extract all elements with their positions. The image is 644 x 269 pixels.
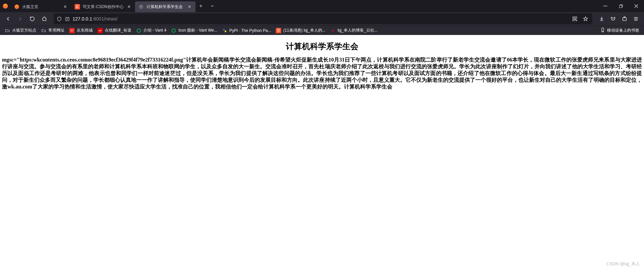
- toolbar: 127.0.0.1:8001/news/: [0, 12, 644, 26]
- bookmark-label: 京东商城: [77, 28, 93, 33]
- svg-rect-3: [603, 6, 607, 6]
- bookmark-label: (11条消息) lqj_本人的...: [283, 28, 325, 33]
- youdao-icon: yd: [97, 28, 103, 33]
- downloads-button[interactable]: [596, 13, 607, 24]
- page-info-icon[interactable]: [65, 16, 70, 22]
- bookmark-huawei[interactable]: lqj_本人的博客_云社...: [328, 26, 380, 35]
- back-button[interactable]: [3, 13, 13, 24]
- reload-button[interactable]: [27, 13, 38, 24]
- tabs-dropdown-icon[interactable]: [206, 0, 218, 12]
- bookmark-label: PyPI · The Python Pa...: [229, 28, 271, 33]
- vant-icon: [171, 28, 176, 33]
- svg-rect-16: [225, 31, 226, 32]
- close-icon[interactable]: ✕: [187, 4, 192, 9]
- huawei-icon: [330, 28, 336, 33]
- pypi-icon: [222, 28, 227, 33]
- close-icon[interactable]: ✕: [62, 4, 68, 9]
- bookmark-vant4[interactable]: 介绍 - Vant 4: [134, 26, 168, 35]
- svg-rect-9: [575, 19, 576, 20]
- bookmark-label: 火狐官方站点: [12, 28, 36, 33]
- page-content: 计算机科学系学生会 mgsc="https:wkcontents.cn.ceos…: [0, 35, 644, 269]
- svg-rect-15: [223, 29, 225, 31]
- svg-rect-12: [624, 17, 625, 18]
- jd-icon: JD: [69, 28, 75, 33]
- svg-rect-6: [573, 17, 574, 18]
- csdn-icon: C: [75, 4, 80, 9]
- shield-icon[interactable]: [56, 16, 62, 22]
- bookmark-label: lqj_本人的博客_云社...: [338, 28, 378, 33]
- tab-title: 写文章-CSDN创作中心: [83, 4, 124, 10]
- app-menu-button[interactable]: [631, 13, 641, 24]
- watermark: CSDN @lqj_本人: [606, 261, 640, 267]
- bookmark-pypi[interactable]: PyPI · The Python Pa...: [220, 27, 273, 35]
- mobile-bookmarks-label: 移动设备上的书签: [607, 28, 639, 33]
- vant-icon: [136, 28, 141, 33]
- firefox-icon: [14, 4, 19, 9]
- csdn-icon: C: [276, 28, 281, 33]
- extensions-button[interactable]: [619, 13, 630, 24]
- svg-point-13: [137, 29, 140, 32]
- tab-firefox-home[interactable]: 火狐主页 ✕: [11, 1, 71, 12]
- svg-rect-8: [573, 19, 574, 21]
- svg-rect-7: [575, 17, 577, 18]
- forward-button[interactable]: [15, 13, 26, 24]
- close-button[interactable]: [629, 0, 644, 12]
- bookmark-csdn-msg[interactable]: C (11条消息) lqj_本人的...: [274, 26, 327, 35]
- folder-icon: [5, 28, 10, 33]
- bookmark-star-icon[interactable]: [582, 15, 590, 23]
- minimize-button[interactable]: [598, 0, 613, 12]
- page-heading: 计算机科学系学生会: [0, 41, 644, 52]
- svg-rect-10: [576, 20, 577, 21]
- bookmark-youdao[interactable]: yd 在线翻译_有道: [95, 26, 133, 35]
- firefox-menu-icon[interactable]: [0, 0, 11, 12]
- url-text: 127.0.0.1:8001/news/: [73, 16, 568, 22]
- new-tab-button[interactable]: +: [196, 1, 206, 11]
- news-body: mgsc="https:wkcontents.cn.ceos.comoc8e96…: [0, 56, 644, 90]
- window-controls: [598, 0, 644, 12]
- bookmark-label: 在线翻译_有道: [105, 28, 131, 33]
- bookmark-jd[interactable]: JD 京东商城: [67, 26, 95, 35]
- tab-csdn[interactable]: C 写文章-CSDN创作中心 ✕: [71, 1, 135, 12]
- bookmark-label: 介绍 - Vant 4: [143, 28, 166, 33]
- svg-point-18: [602, 31, 603, 32]
- tab-news-active[interactable]: 计算机科学系学生会 ✕: [135, 1, 196, 12]
- home-button[interactable]: [39, 13, 50, 24]
- bookmark-firefox-official[interactable]: 火狐官方站点: [3, 26, 38, 35]
- svg-point-14: [172, 29, 176, 32]
- mobile-icon: [600, 28, 605, 33]
- qr-icon[interactable]: [571, 15, 579, 23]
- bookmark-label: 常用网址: [48, 28, 65, 33]
- svg-rect-11: [623, 18, 627, 21]
- svg-rect-4: [619, 5, 621, 7]
- bookmark-common[interactable]: 常用网址: [39, 26, 67, 35]
- bookmarks-bar: 火狐官方站点 常用网址 JD 京东商城 yd 在线翻译_有道 介绍 - Vant…: [0, 26, 644, 35]
- maximize-button[interactable]: [613, 0, 629, 12]
- globe-icon: [138, 4, 144, 9]
- account-button[interactable]: [608, 13, 618, 24]
- tab-bar: 火狐主页 ✕ C 写文章-CSDN创作中心 ✕ 计算机科学系学生会 ✕ +: [0, 0, 644, 12]
- tab-title: 计算机科学系学生会: [146, 4, 184, 10]
- folder-icon: [41, 28, 46, 33]
- mobile-bookmarks[interactable]: 移动设备上的书签: [598, 26, 641, 35]
- bookmark-vant-icon[interactable]: Icon 图标 - Vant We...: [169, 26, 219, 35]
- tab-title: 火狐主页: [22, 4, 60, 10]
- bookmark-label: Icon 图标 - Vant We...: [178, 28, 217, 33]
- url-bar[interactable]: 127.0.0.1:8001/news/: [54, 13, 592, 24]
- close-icon[interactable]: ✕: [126, 4, 132, 9]
